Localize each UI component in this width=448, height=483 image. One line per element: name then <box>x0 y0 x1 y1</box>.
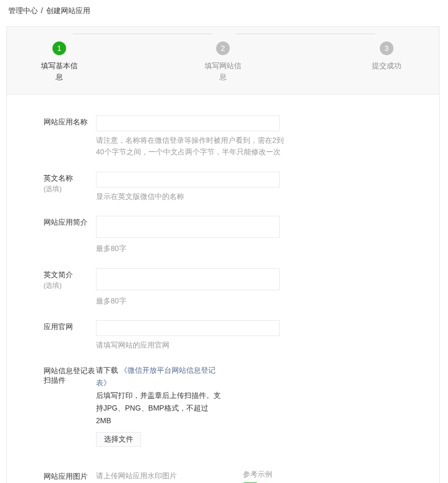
step-line <box>72 34 213 34</box>
breadcrumb-item: 创建网站应用 <box>46 6 90 15</box>
breadcrumb: 管理中心 / 创建网站应用 <box>0 0 448 22</box>
hint-website: 请填写网站的应用官网 <box>96 339 285 351</box>
step-circle: 1 <box>52 41 66 55</box>
breadcrumb-sep: / <box>41 6 43 15</box>
hint-en-name: 显示在英文版微信中的名称 <box>96 191 285 202</box>
hint-app-name: 请注意，名称将在微信登录等操作时被用户看到，需在2到40个字节之间，一个中文占两… <box>96 134 285 158</box>
label-app-images: 网站应用图片 <box>44 470 96 483</box>
form-area: 网站应用名称 请注意，名称将在微信登录等操作时被用户看到，需在2到40个字节之间… <box>7 94 439 483</box>
row-app-desc: 网站应用简介 最多80字 <box>44 216 402 254</box>
en-name-input[interactable] <box>96 172 280 187</box>
step-label: 提交成功 <box>366 60 408 71</box>
choose-file-button[interactable]: 选择文件 <box>96 432 141 447</box>
step-circle: 3 <box>380 41 393 55</box>
step-line <box>235 34 376 34</box>
en-desc-input[interactable] <box>96 268 280 290</box>
label-en-desc: 英文简介 (选填) <box>44 268 96 307</box>
row-website: 应用官网 请填写网站的应用官网 <box>44 320 402 351</box>
step-label: 填写网站信息 <box>202 60 244 82</box>
step-circle: 2 <box>216 41 230 55</box>
hint-app-desc: 最多80字 <box>96 243 285 254</box>
label-app-desc: 网站应用简介 <box>44 216 96 254</box>
scan-file-text: 请下载 《微信开放平台网站信息登记表》 后填写打印，并盖章后上传扫描件。支持JP… <box>96 364 222 427</box>
breadcrumb-item[interactable]: 管理中心 <box>8 6 38 15</box>
step-2: 2 填写网站信息 <box>202 41 244 82</box>
row-app-name: 网站应用名称 请注意，名称将在微信登录等操作时被用户看到，需在2到40个字节之间… <box>44 116 402 158</box>
form-container: 1 填写基本信息 2 填写网站信息 3 提交成功 网站应用名称 请注意，名称将在… <box>6 26 440 483</box>
image-small-section: 请上传网站应用水印图片 28*28像素，仅支持PNG格式，大小不超过300KB。… <box>96 470 402 483</box>
label-scan-file: 网站信息登记表扫描件 <box>44 364 96 447</box>
website-input[interactable] <box>96 320 280 336</box>
row-scan-file: 网站信息登记表扫描件 请下载 《微信开放平台网站信息登记表》 后填写打印，并盖章… <box>44 364 402 447</box>
label-en-name: 英文名称 (选填) <box>44 172 96 202</box>
hint-en-desc: 最多80字 <box>96 295 285 307</box>
row-en-desc: 英文简介 (选填) 最多80字 <box>44 268 402 307</box>
label-app-name: 网站应用名称 <box>44 116 96 158</box>
step-1: 1 填写基本信息 <box>38 41 80 82</box>
app-name-input[interactable] <box>96 116 280 131</box>
step-3: 3 提交成功 <box>366 41 408 71</box>
app-desc-input[interactable] <box>96 216 280 238</box>
row-en-name: 英文名称 (选填) 显示在英文版微信中的名称 <box>44 172 402 202</box>
small-image-text: 请上传网站应用水印图片 28*28像素，仅支持PNG格式，大小不超过300KB。 <box>96 470 222 483</box>
progress-steps: 1 填写基本信息 2 填写网站信息 3 提交成功 <box>7 27 439 94</box>
row-app-images: 网站应用图片 请上传网站应用水印图片 28*28像素，仅支持PNG格式，大小不超… <box>44 470 402 483</box>
step-label: 填写基本信息 <box>38 60 80 82</box>
example-label-small: 参考示例 <box>243 470 272 479</box>
label-website: 应用官网 <box>44 320 96 351</box>
